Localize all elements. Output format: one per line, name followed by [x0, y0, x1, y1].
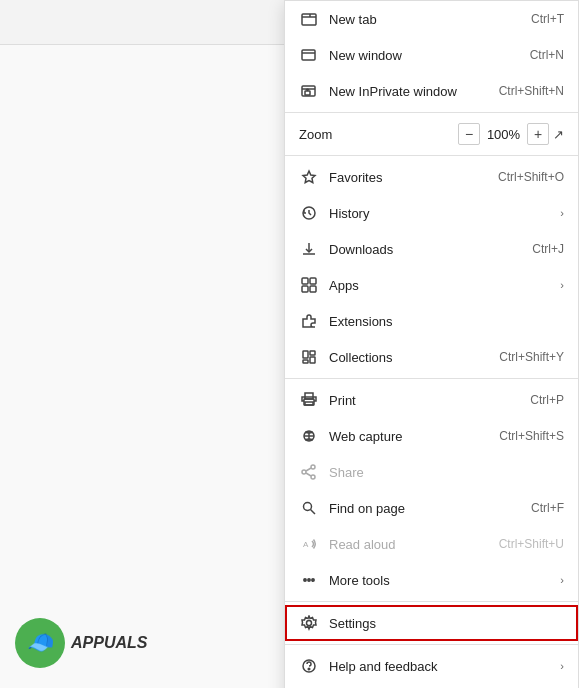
divider-2 [285, 155, 578, 156]
svg-line-30 [306, 468, 311, 471]
print-shortcut: Ctrl+P [530, 393, 564, 407]
menu-item-share[interactable]: Share [285, 454, 578, 490]
svg-marker-9 [303, 171, 315, 183]
menu-item-close-edge[interactable]: Close Microsoft Edge [285, 684, 578, 688]
menu-item-extensions[interactable]: Extensions [285, 303, 578, 339]
extensions-icon [299, 311, 319, 331]
svg-point-29 [302, 470, 306, 474]
new-window-label: New window [329, 48, 530, 63]
web-capture-shortcut: Ctrl+Shift+S [499, 429, 564, 443]
svg-rect-13 [302, 278, 308, 284]
svg-line-31 [306, 473, 311, 476]
share-label: Share [329, 465, 564, 480]
favorites-label: Favorites [329, 170, 498, 185]
svg-point-36 [308, 579, 310, 581]
svg-rect-14 [310, 278, 316, 284]
zoom-decrease-button[interactable]: − [458, 123, 480, 145]
zoom-expand-icon[interactable]: ↗ [553, 127, 564, 142]
svg-point-27 [311, 465, 315, 469]
menu-item-help[interactable]: Help and feedback › [285, 648, 578, 684]
svg-rect-23 [305, 402, 313, 405]
menu-item-inprivate[interactable]: New InPrivate window Ctrl+Shift+N [285, 73, 578, 109]
more-tools-arrow-icon: › [560, 574, 564, 586]
collections-shortcut: Ctrl+Shift+Y [499, 350, 564, 364]
context-menu: New tab Ctrl+T New window Ctrl+N New InP… [284, 0, 579, 688]
favorites-icon [299, 167, 319, 187]
menu-item-history[interactable]: History › [285, 195, 578, 231]
inprivate-label: New InPrivate window [329, 84, 499, 99]
svg-text:A: A [303, 540, 309, 549]
settings-label: Settings [329, 616, 564, 631]
svg-point-28 [311, 475, 315, 479]
settings-icon [299, 613, 319, 633]
downloads-icon [299, 239, 319, 259]
menu-item-web-capture[interactable]: Web capture Ctrl+Shift+S [285, 418, 578, 454]
collections-icon [299, 347, 319, 367]
print-icon [299, 390, 319, 410]
new-window-icon [299, 45, 319, 65]
svg-line-33 [311, 510, 316, 515]
menu-item-print[interactable]: Print Ctrl+P [285, 382, 578, 418]
history-arrow-icon: › [560, 207, 564, 219]
inprivate-icon [299, 81, 319, 101]
zoom-increase-button[interactable]: + [527, 123, 549, 145]
divider-5 [285, 644, 578, 645]
more-tools-icon [299, 570, 319, 590]
menu-item-downloads[interactable]: Downloads Ctrl+J [285, 231, 578, 267]
read-aloud-icon: A [299, 534, 319, 554]
new-window-shortcut: Ctrl+N [530, 48, 564, 62]
divider-3 [285, 378, 578, 379]
menu-item-find[interactable]: Find on page Ctrl+F [285, 490, 578, 526]
favorites-shortcut: Ctrl+Shift+O [498, 170, 564, 184]
apps-icon [299, 275, 319, 295]
svg-point-32 [304, 503, 312, 511]
appuals-logo: 🧢 APPUALS [15, 618, 147, 668]
menu-item-apps[interactable]: Apps › [285, 267, 578, 303]
menu-item-read-aloud[interactable]: A Read aloud Ctrl+Shift+U [285, 526, 578, 562]
svg-rect-17 [303, 351, 308, 358]
svg-rect-7 [305, 91, 310, 95]
menu-item-favorites[interactable]: Favorites Ctrl+Shift+O [285, 159, 578, 195]
read-aloud-shortcut: Ctrl+Shift+U [499, 537, 564, 551]
svg-point-38 [307, 621, 312, 626]
zoom-value: 100% [486, 127, 521, 142]
divider-4 [285, 601, 578, 602]
web-capture-label: Web capture [329, 429, 499, 444]
zoom-label: Zoom [299, 127, 458, 142]
share-icon [299, 462, 319, 482]
menu-item-collections[interactable]: Collections Ctrl+Shift+Y [285, 339, 578, 375]
downloads-shortcut: Ctrl+J [532, 242, 564, 256]
svg-rect-15 [302, 286, 308, 292]
svg-rect-16 [310, 286, 316, 292]
zoom-row: Zoom − 100% + ↗ [285, 116, 578, 152]
svg-rect-22 [305, 393, 313, 399]
svg-point-37 [312, 579, 314, 581]
history-icon [299, 203, 319, 223]
apps-label: Apps [329, 278, 554, 293]
menu-item-settings[interactable]: Settings [285, 605, 578, 641]
new-tab-label: New tab [329, 12, 531, 27]
downloads-label: Downloads [329, 242, 532, 257]
svg-rect-18 [310, 351, 315, 355]
history-label: History [329, 206, 554, 221]
menu-item-new-window[interactable]: New window Ctrl+N [285, 37, 578, 73]
new-tab-icon [299, 9, 319, 29]
inprivate-shortcut: Ctrl+Shift+N [499, 84, 564, 98]
logo-icon: 🧢 [15, 618, 65, 668]
help-arrow-icon: › [560, 660, 564, 672]
collections-label: Collections [329, 350, 499, 365]
web-capture-icon [299, 426, 319, 446]
divider-1 [285, 112, 578, 113]
menu-item-new-tab[interactable]: New tab Ctrl+T [285, 1, 578, 37]
svg-rect-20 [303, 360, 308, 363]
find-label: Find on page [329, 501, 531, 516]
find-shortcut: Ctrl+F [531, 501, 564, 515]
more-tools-label: More tools [329, 573, 554, 588]
menu-item-more-tools[interactable]: More tools › [285, 562, 578, 598]
svg-point-35 [304, 579, 306, 581]
print-label: Print [329, 393, 530, 408]
svg-rect-0 [302, 14, 316, 25]
new-tab-shortcut: Ctrl+T [531, 12, 564, 26]
help-label: Help and feedback [329, 659, 554, 674]
page-content [0, 45, 285, 688]
